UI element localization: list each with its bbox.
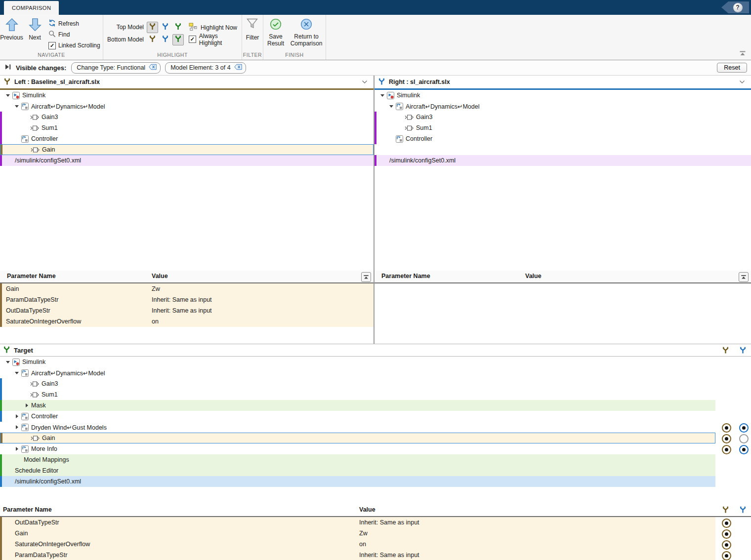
tree-row[interactable]: Controller <box>0 411 751 422</box>
tab-comparison[interactable]: COMPARISON <box>4 1 59 15</box>
highlight-now-button[interactable]: Highlight Now <box>189 23 242 33</box>
tree-row-main[interactable]: Simulink <box>0 357 715 367</box>
tree-row[interactable]: Mask <box>0 400 751 411</box>
always-highlight-label: Always Highlight <box>199 33 242 46</box>
tree-row[interactable]: /simulink/configSet0.xml <box>0 155 374 166</box>
reset-button[interactable]: Reset <box>717 63 747 73</box>
left-version-radio[interactable] <box>722 445 731 454</box>
tree-row[interactable]: Sum1 <box>0 122 374 133</box>
tree-row[interactable]: Aircraft↵Dynamics↵Model <box>375 101 751 112</box>
save-result-button[interactable]: Save Result <box>264 18 287 52</box>
bottom-model-left-button[interactable] <box>147 34 158 45</box>
filter-button[interactable]: Filter <box>246 18 259 52</box>
remove-filter-icon[interactable] <box>149 64 157 72</box>
tree-row[interactable]: Simulink <box>0 357 751 367</box>
bottom-model-right-button[interactable] <box>160 34 171 45</box>
parameter-row[interactable]: ParamDataTypeStrInherit: Same as input <box>0 550 751 560</box>
tree-row-main[interactable]: More Info <box>0 443 715 454</box>
tree-row-main[interactable]: Dryden Wind↵Gust Models <box>0 422 715 433</box>
model-icon <box>12 359 20 366</box>
tree-expand-open-icon[interactable] <box>14 105 20 108</box>
tree-row[interactable]: Gain3 <box>0 112 374 122</box>
parameter-row[interactable]: GainZw <box>0 528 751 539</box>
linked-scrolling-checkbox[interactable]: ✓ Linked Scrolling <box>48 40 100 51</box>
tree-expand-closed-icon[interactable] <box>14 447 20 451</box>
tree-row[interactable]: More Info <box>0 443 751 454</box>
merge-left-icon <box>3 78 11 87</box>
tree-row-main[interactable]: Model Mappings <box>0 454 715 465</box>
tree-expand-open-icon[interactable] <box>5 94 11 97</box>
tree-expand-open-icon[interactable] <box>14 372 20 374</box>
tree-row[interactable]: Controller <box>0 133 374 144</box>
right-version-radio[interactable] <box>739 434 749 443</box>
right-version-radio[interactable] <box>739 445 749 454</box>
tree-row[interactable]: Schedule Editor <box>0 465 751 476</box>
tree-expand-open-icon[interactable] <box>5 361 11 363</box>
parameter-row[interactable]: OutDataTypeStrInherit: Same as input <box>0 517 751 528</box>
tree-row[interactable]: Gain3 <box>0 378 751 389</box>
tree-expand-closed-icon[interactable] <box>14 414 20 418</box>
tree-row-main[interactable]: Controller <box>0 411 715 422</box>
next-button[interactable]: Next <box>23 18 46 52</box>
tree-row[interactable]: Gain <box>0 433 751 443</box>
parameter-row[interactable]: GainZw <box>0 283 374 294</box>
bottom-model-target-button[interactable] <box>172 34 184 45</box>
always-highlight-checkbox[interactable]: ✓ Always Highlight <box>189 35 242 44</box>
filter-chip-change-type[interactable]: Change Type: Functional <box>71 62 161 74</box>
tree-row[interactable]: Model Mappings <box>0 454 751 465</box>
left-version-radio[interactable] <box>722 529 731 539</box>
collapse-table-button[interactable] <box>361 272 371 282</box>
minimize-ribbon-button[interactable] <box>739 50 746 58</box>
right-version-radio[interactable] <box>739 423 749 433</box>
tree-row-main[interactable]: Aircraft↵Dynamics↵Model <box>0 367 715 378</box>
left-version-radio[interactable] <box>722 519 731 528</box>
help-button[interactable]: ? <box>721 1 749 13</box>
tree-row-main[interactable]: Gain <box>0 433 715 443</box>
chevron-down-icon[interactable] <box>362 79 368 85</box>
tree-row[interactable]: Sum1 <box>0 389 751 400</box>
tree-row-main[interactable]: Sum1 <box>0 389 715 400</box>
tree-row[interactable]: Simulink <box>0 90 374 101</box>
top-model-left-button[interactable] <box>147 22 158 33</box>
parameter-row[interactable]: OutDataTypeStrInherit: Same as input <box>0 305 374 316</box>
tree-expand-open-icon[interactable] <box>379 94 385 97</box>
collapse-table-button[interactable] <box>739 272 749 282</box>
left-version-radio[interactable] <box>722 434 731 443</box>
tree-row[interactable]: Gain3 <box>375 112 751 122</box>
refresh-button[interactable]: Refresh <box>48 18 100 29</box>
collapse-panel-icon[interactable] <box>4 64 11 72</box>
tree-row[interactable]: Aircraft↵Dynamics↵Model <box>0 101 374 112</box>
right-pane-header[interactable]: Right : sl_aircraft.slx <box>375 76 751 88</box>
find-button[interactable]: Find <box>48 29 100 40</box>
parameter-row[interactable]: SaturateOnIntegerOverflowon <box>0 316 374 327</box>
parameter-row[interactable]: SaturateOnIntegerOverflowon <box>0 539 751 550</box>
remove-filter-icon[interactable] <box>234 64 242 72</box>
previous-button[interactable]: Previous <box>0 18 23 52</box>
tree-row[interactable]: Simulink <box>375 90 751 101</box>
tree-expand-closed-icon[interactable] <box>14 425 20 429</box>
filter-chip-model-element[interactable]: Model Element: 3 of 4 <box>165 62 246 74</box>
tree-row-main[interactable]: Gain3 <box>0 378 715 389</box>
return-to-comparison-button[interactable]: Return to Comparison <box>288 18 325 52</box>
tree-row-main[interactable]: /simulink/configSet0.xml <box>0 476 715 487</box>
top-model-target-button[interactable] <box>172 22 184 33</box>
tree-row[interactable]: Aircraft↵Dynamics↵Model <box>0 367 751 378</box>
tree-expand-closed-icon[interactable] <box>24 403 30 407</box>
parameter-row[interactable]: ParamDataTypeStrInherit: Same as input <box>0 294 374 305</box>
left-version-radio[interactable] <box>722 423 731 433</box>
tree-row-main[interactable]: Mask <box>0 400 715 411</box>
right-model-tree: SimulinkAircraft↵Dynamics↵ModelGain3Sum1… <box>375 90 751 271</box>
left-version-radio[interactable] <box>722 540 731 550</box>
tree-row[interactable]: Gain <box>0 144 374 155</box>
tree-expand-open-icon[interactable] <box>388 105 394 108</box>
chevron-down-icon[interactable] <box>739 79 745 85</box>
tree-row[interactable]: Controller <box>375 133 751 144</box>
tree-row-main[interactable]: Schedule Editor <box>0 465 715 476</box>
top-model-right-button[interactable] <box>160 22 171 33</box>
left-version-radio[interactable] <box>722 551 731 560</box>
tree-row[interactable]: /simulink/configSet0.xml <box>375 155 751 166</box>
tree-row[interactable]: Dryden Wind↵Gust Models <box>0 422 751 433</box>
tree-row[interactable]: /simulink/configSet0.xml <box>0 476 751 487</box>
tree-row[interactable]: Sum1 <box>375 122 751 133</box>
left-pane-header[interactable]: Left : Baseline_sl_aircraft.slx <box>0 76 374 88</box>
